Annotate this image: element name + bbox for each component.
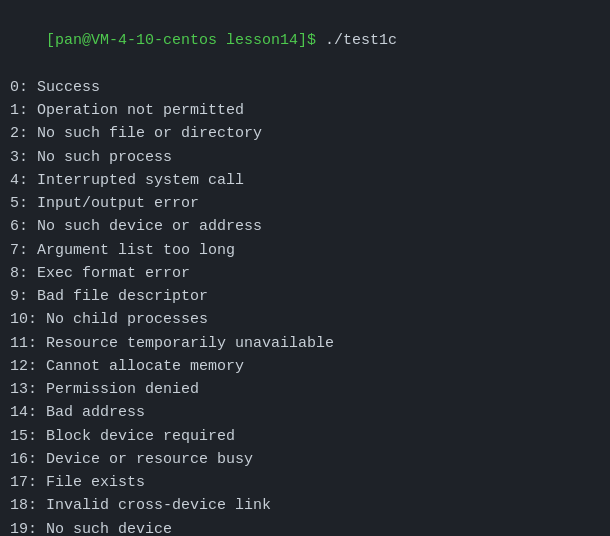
output-container: 0: Success1: Operation not permitted2: N… [10, 76, 600, 536]
output-line: 8: Exec format error [10, 262, 600, 285]
shell-command: ./test1c [325, 32, 397, 49]
output-line: 11: Resource temporarily unavailable [10, 332, 600, 355]
prompt-line: [pan@VM-4-10-centos lesson14]$ ./test1c [10, 6, 600, 76]
output-line: 0: Success [10, 76, 600, 99]
output-line: 12: Cannot allocate memory [10, 355, 600, 378]
output-line: 16: Device or resource busy [10, 448, 600, 471]
output-line: 7: Argument list too long [10, 239, 600, 262]
terminal-window[interactable]: [pan@VM-4-10-centos lesson14]$ ./test1c … [0, 0, 610, 536]
output-line: 19: No such device [10, 518, 600, 537]
output-line: 1: Operation not permitted [10, 99, 600, 122]
output-line: 4: Interrupted system call [10, 169, 600, 192]
output-line: 17: File exists [10, 471, 600, 494]
output-line: 9: Bad file descriptor [10, 285, 600, 308]
output-line: 3: No such process [10, 146, 600, 169]
output-line: 13: Permission denied [10, 378, 600, 401]
output-line: 10: No child processes [10, 308, 600, 331]
output-line: 15: Block device required [10, 425, 600, 448]
shell-prompt: [pan@VM-4-10-centos lesson14]$ [46, 32, 325, 49]
output-line: 6: No such device or address [10, 215, 600, 238]
output-line: 18: Invalid cross-device link [10, 494, 600, 517]
output-line: 5: Input/output error [10, 192, 600, 215]
output-line: 14: Bad address [10, 401, 600, 424]
output-line: 2: No such file or directory [10, 122, 600, 145]
